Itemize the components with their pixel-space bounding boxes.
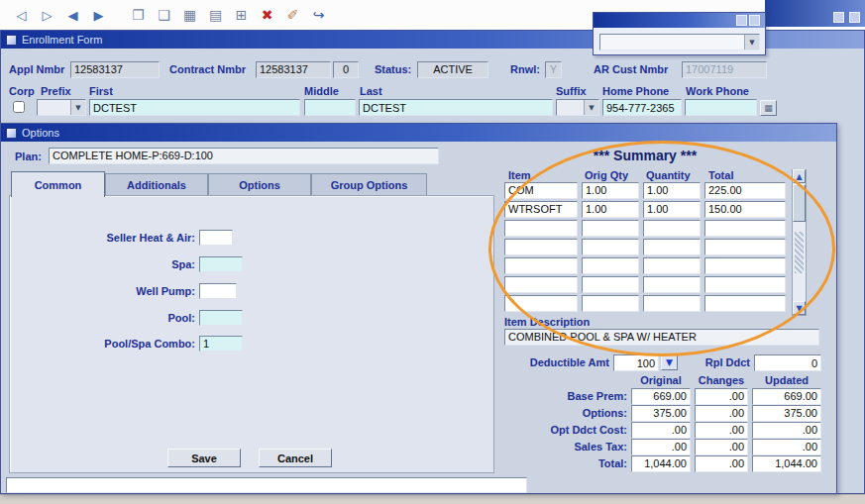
tab-group-options[interactable]: Group Options bbox=[311, 173, 427, 196]
options-updated: 375.00 bbox=[752, 405, 821, 422]
well-pump-label: Well Pump: bbox=[41, 285, 195, 297]
contract-nmbr-field[interactable]: 12583137 bbox=[256, 61, 331, 78]
work-phone-label: Work Phone bbox=[686, 85, 749, 97]
popup-restore-button[interactable] bbox=[736, 15, 747, 26]
first-name-field[interactable] bbox=[89, 99, 300, 116]
summary-cell[interactable]: 1.00 bbox=[643, 182, 701, 199]
popup-combobox[interactable]: ▼ bbox=[599, 34, 760, 50]
work-phone-field[interactable] bbox=[685, 99, 757, 116]
home-phone-label: Home Phone bbox=[602, 85, 669, 97]
tree-view-icon[interactable]: ⊞ bbox=[230, 4, 253, 26]
spa-label: Spa: bbox=[41, 258, 195, 270]
popup-dropdown-icon[interactable]: ▼ bbox=[744, 35, 759, 50]
popup-combobox-value bbox=[600, 35, 744, 50]
summary-cell[interactable] bbox=[704, 257, 786, 274]
corp-checkbox[interactable] bbox=[13, 101, 25, 113]
spa-field[interactable] bbox=[199, 256, 243, 272]
item-description-label: Item Description bbox=[504, 316, 590, 328]
scrollbar-thumb[interactable] bbox=[793, 184, 806, 222]
grand-total-changes: .00 bbox=[695, 455, 748, 472]
delete-record-icon[interactable]: ✖ bbox=[256, 4, 278, 26]
seller-heat-air-label: Seller Heat & Air: bbox=[41, 232, 195, 244]
item-description-field[interactable]: COMBINED POOL & SPA W/ HEATER bbox=[504, 329, 819, 346]
summary-cell[interactable] bbox=[643, 295, 701, 312]
prefix-combobox[interactable]: ▼ bbox=[37, 99, 86, 116]
print-icon[interactable]: ▤ bbox=[204, 4, 227, 26]
summary-cell[interactable] bbox=[643, 276, 701, 293]
save-button[interactable]: Save bbox=[167, 449, 241, 467]
summary-cell[interactable] bbox=[582, 239, 639, 255]
options-changes: .00 bbox=[695, 405, 748, 422]
home-phone-field[interactable] bbox=[602, 99, 682, 116]
suffix-combobox[interactable]: ▼ bbox=[556, 99, 599, 116]
list-of-values-icon[interactable]: ▦ bbox=[178, 4, 201, 26]
well-pump-field[interactable] bbox=[199, 283, 237, 299]
deductible-amt-label: Deductible Amt bbox=[496, 356, 609, 368]
summary-cell[interactable] bbox=[504, 257, 578, 274]
summary-cell[interactable] bbox=[643, 239, 701, 255]
summary-cell[interactable] bbox=[504, 276, 578, 293]
restore-window-button[interactable] bbox=[833, 12, 844, 23]
tab-options[interactable]: Options bbox=[208, 173, 311, 196]
cancel-button[interactable]: Cancel bbox=[259, 449, 332, 467]
clear-record-icon[interactable]: ✐ bbox=[281, 4, 304, 26]
summary-cell[interactable]: 225.00 bbox=[704, 182, 786, 199]
summary-cell[interactable] bbox=[643, 220, 701, 237]
summary-cell[interactable] bbox=[504, 295, 578, 312]
summary-cell[interactable] bbox=[582, 276, 639, 293]
prefix-value bbox=[38, 100, 70, 115]
summary-cell[interactable]: 1.00 bbox=[643, 201, 701, 218]
middle-name-field[interactable] bbox=[304, 99, 356, 116]
duplicate-record-icon[interactable]: ❑ bbox=[153, 4, 175, 26]
summary-cell[interactable]: 1.00 bbox=[582, 182, 639, 199]
next-record-icon[interactable]: ▷ bbox=[36, 4, 58, 26]
scroll-down-icon[interactable]: ▼ bbox=[793, 301, 806, 315]
duplicate-field-icon[interactable]: ❐ bbox=[127, 4, 150, 26]
summary-cell[interactable] bbox=[643, 257, 701, 274]
pool-spa-combo-field[interactable] bbox=[199, 336, 243, 352]
deductible-lov-icon[interactable]: ▼ bbox=[661, 354, 678, 370]
summary-cell[interactable] bbox=[582, 220, 639, 237]
exit-icon[interactable]: ↪ bbox=[307, 4, 330, 26]
rpl-ddct-field[interactable] bbox=[754, 354, 821, 371]
scroll-up-icon[interactable]: ▲ bbox=[793, 169, 806, 183]
options-titlebar[interactable]: Options bbox=[1, 124, 836, 142]
summary-cell[interactable]: 1.00 bbox=[582, 201, 639, 218]
previous-block-icon[interactable]: ◀ bbox=[61, 4, 84, 26]
next-block-icon[interactable]: ▶ bbox=[87, 4, 110, 26]
grand-total-original: 1,044.00 bbox=[631, 455, 691, 472]
prefix-dropdown-icon[interactable]: ▼ bbox=[70, 100, 85, 115]
opt-ddct-cost-label: Opt Ddct Cost: bbox=[494, 424, 627, 436]
lookup-button[interactable]: ▦ bbox=[760, 100, 777, 116]
summary-cell[interactable]: WTRSOFT bbox=[504, 201, 578, 218]
summary-cell[interactable] bbox=[582, 257, 639, 274]
deductible-amt-field[interactable] bbox=[613, 354, 659, 371]
tab-common[interactable]: Common bbox=[11, 171, 105, 197]
last-name-field[interactable] bbox=[359, 99, 553, 116]
tab-additionals[interactable]: Additionals bbox=[105, 173, 208, 196]
appl-nmbr-field[interactable]: 12583137 bbox=[70, 61, 160, 78]
summary-cell[interactable] bbox=[504, 220, 578, 237]
summary-cell[interactable]: 150.00 bbox=[704, 201, 786, 218]
suffix-dropdown-icon[interactable]: ▼ bbox=[584, 100, 598, 115]
summary-cell[interactable]: COM bbox=[504, 182, 578, 199]
pool-label: Pool: bbox=[41, 312, 195, 324]
rpl-ddct-label: Rpl Ddct bbox=[685, 356, 750, 368]
contract-seq-field[interactable]: 0 bbox=[333, 61, 359, 78]
pool-field[interactable] bbox=[199, 310, 243, 326]
summary-scrollbar[interactable]: ▲ ▼ bbox=[792, 169, 807, 316]
popup-close-button[interactable] bbox=[749, 15, 760, 26]
popup-titlebar[interactable] bbox=[594, 13, 765, 28]
summary-cell[interactable] bbox=[704, 239, 786, 255]
summary-cell[interactable] bbox=[704, 295, 786, 312]
summary-cell[interactable] bbox=[704, 220, 786, 237]
seller-heat-air-field[interactable] bbox=[199, 230, 233, 246]
summary-cell[interactable] bbox=[704, 276, 786, 293]
summary-cell[interactable] bbox=[582, 295, 639, 312]
suffix-value bbox=[557, 100, 584, 115]
plan-field[interactable]: COMPLETE HOME-P:669-D:100 bbox=[49, 148, 439, 164]
previous-record-icon[interactable]: ◁ bbox=[10, 4, 33, 26]
summary-cell[interactable] bbox=[504, 239, 578, 255]
summary-header-total: Total bbox=[708, 169, 733, 181]
close-window-button[interactable] bbox=[849, 12, 860, 23]
